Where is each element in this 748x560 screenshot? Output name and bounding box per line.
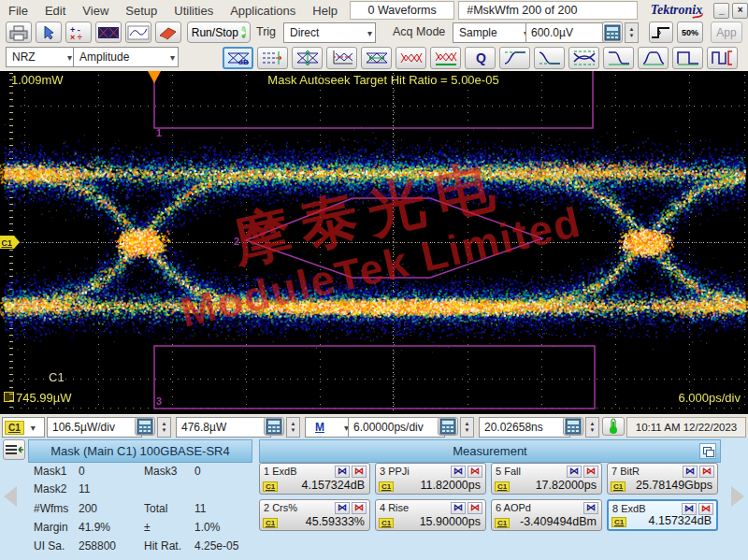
extinction-level-button[interactable]	[257, 47, 288, 69]
channel-badge: C1	[379, 481, 394, 492]
signal-type-value: NRZ	[12, 50, 36, 64]
measurement-label: 3 PPJi	[380, 466, 410, 477]
eye-diagram-icon[interactable]	[451, 466, 466, 478]
measurement-tile-3[interactable]: 3 PPJiC111.82000ps	[375, 463, 486, 495]
menu-applications[interactable]: Applications	[222, 4, 304, 18]
mask-hits-icon[interactable]	[583, 466, 598, 478]
measurement-tile-7[interactable]: 7 BitRC125.78149Gbps	[607, 463, 718, 495]
vertical-scale-stepper[interactable]: ▲▼	[157, 417, 171, 438]
trigger-level-stepper[interactable]: ▲▼	[625, 22, 639, 43]
mask-hits-icon[interactable]	[352, 466, 367, 478]
close-button[interactable]: ×	[732, 3, 748, 19]
vertical-scale-field[interactable]: 106.5µW/div	[47, 417, 142, 438]
run-stop-button[interactable]: Run/Stop ▶	[187, 22, 251, 43]
menu-utilities[interactable]: Utilities	[165, 4, 222, 18]
horizontal-scale-keypad-button[interactable]	[438, 417, 458, 436]
jitter-rms-icon	[434, 50, 458, 66]
mask-label-1: 1	[156, 127, 162, 138]
app-button[interactable]: App	[711, 22, 742, 43]
mask-hits-icon[interactable]	[468, 502, 482, 514]
menu-help[interactable]: Help	[304, 4, 346, 18]
measurement-label: 5 Fall	[496, 466, 521, 477]
scroll-right-arrow[interactable]	[731, 486, 744, 507]
menu-setup[interactable]: Setup	[117, 4, 165, 18]
menu-edit[interactable]: Edit	[36, 4, 74, 18]
q-factor-button[interactable]: Q	[465, 47, 496, 69]
measure-category-dropdown[interactable]: Amplitude	[73, 47, 179, 67]
eye-diagram-icon[interactable]	[451, 502, 466, 514]
horizontal-scale-stepper[interactable]: ▲▼	[460, 417, 474, 438]
trigger-level-keypad-button[interactable]	[602, 22, 623, 43]
measurement-tile-5[interactable]: 5 FallC117.82000ps	[491, 463, 602, 495]
measurement-panel-header[interactable]: Measurement	[259, 439, 721, 463]
crossing-level-button[interactable]	[326, 47, 357, 69]
channel-marker[interactable]: C1	[0, 236, 20, 249]
measurement-label: 6 AOPd	[496, 502, 531, 513]
channel-select-dropdown[interactable]: C1	[2, 417, 45, 438]
popout-window-icon[interactable]	[699, 443, 716, 459]
calc-small-icon	[561, 418, 585, 435]
vertical-scale-keypad-button[interactable]	[135, 417, 155, 436]
fall-time-button[interactable]	[534, 47, 565, 69]
measurement-tile-1[interactable]: 1 ExdBC14.157324dB	[259, 463, 370, 495]
run-play-icon: ▶	[241, 26, 246, 38]
measurement-tile-6[interactable]: 6 AOPdC1-3.409494dBm	[491, 499, 602, 531]
eye-db-button[interactable]: dB	[223, 47, 253, 69]
measurement-tile-2[interactable]: 2 Crs%C145.59333%	[259, 499, 370, 531]
nrz-frame-button[interactable]	[707, 47, 738, 69]
menu-file[interactable]: File	[0, 4, 36, 18]
mask-panel-header[interactable]: Mask (Main C1) 100GBASE-SR4	[28, 439, 252, 463]
panel-menu-button[interactable]	[3, 439, 25, 460]
mask-test-button[interactable]	[95, 22, 122, 43]
vertical-offset-stepper[interactable]: ▲▼	[286, 417, 300, 438]
delay-field[interactable]: 20.02658ns	[479, 417, 570, 438]
mask-hits-icon[interactable]	[468, 466, 482, 478]
rise-time-button[interactable]	[499, 47, 530, 69]
menu-view[interactable]: View	[74, 4, 117, 18]
horizontal-scale-field[interactable]: 6.00000ps/div	[348, 417, 445, 438]
scroll-left-arrow[interactable]	[4, 486, 17, 507]
measurement-tile-8[interactable]: 8 ExdBC14.157324dB	[607, 499, 718, 531]
eye-window-button[interactable]	[568, 47, 599, 69]
acq-mode-dropdown[interactable]: Sample	[453, 22, 532, 43]
jitter-rms-button[interactable]	[430, 47, 461, 69]
print-button[interactable]	[6, 22, 32, 43]
set-to-50-button[interactable]: 50%	[677, 22, 703, 43]
signal-type-dropdown[interactable]: NRZ	[6, 47, 76, 67]
fall-edge-icon	[607, 50, 631, 66]
vertical-offset-field[interactable]: 476.8µW	[176, 417, 271, 438]
timebase-mode-dropdown[interactable]: M	[305, 417, 352, 438]
trigger-edge-button[interactable]	[649, 22, 673, 43]
math-button[interactable]: + -× ÷	[65, 22, 92, 43]
eye-width-button[interactable]	[361, 47, 392, 69]
mask-hits-icon[interactable]	[352, 502, 367, 514]
temperature-button[interactable]	[602, 417, 625, 436]
measurement-value: 17.82000ps	[536, 479, 597, 492]
waveform-database-button[interactable]	[125, 22, 151, 43]
measurement-value: 4.157324dB	[649, 514, 712, 527]
jitter-pp-button[interactable]	[396, 47, 426, 69]
trigger-source-dropdown[interactable]: Direct	[283, 22, 376, 43]
measurement-tile-4[interactable]: 4 RiseC115.90000ps	[375, 499, 486, 531]
touch-pointer-button[interactable]	[36, 22, 62, 43]
pulse-width-button[interactable]	[672, 47, 703, 69]
trigger-level-field[interactable]: 600.0µV	[525, 22, 606, 43]
trigger-marker-icon[interactable]	[148, 71, 161, 83]
eye-diagram-icon[interactable]	[683, 466, 698, 478]
eye-diagram-icon[interactable]	[335, 502, 350, 514]
clear-data-button[interactable]	[155, 22, 181, 43]
eye-diagram-icon[interactable]	[583, 502, 598, 514]
delay-stepper[interactable]: ▲▼	[585, 417, 599, 438]
calc-small-icon	[133, 418, 157, 435]
fall-edge-button[interactable]	[603, 47, 634, 69]
mask-hits-icon[interactable]	[699, 466, 714, 478]
minimize-button[interactable]: _	[713, 3, 729, 19]
rise-edge-button[interactable]	[638, 47, 669, 69]
eye-diagram-icon[interactable]	[335, 466, 350, 478]
delay-keypad-button[interactable]	[563, 417, 583, 436]
eye-height-button[interactable]	[292, 47, 323, 69]
rise-time-icon	[503, 50, 527, 66]
eye-diagram-icon[interactable]	[567, 466, 582, 478]
svg-text:dB: dB	[238, 58, 249, 66]
vertical-offset-keypad-button[interactable]	[264, 417, 284, 436]
